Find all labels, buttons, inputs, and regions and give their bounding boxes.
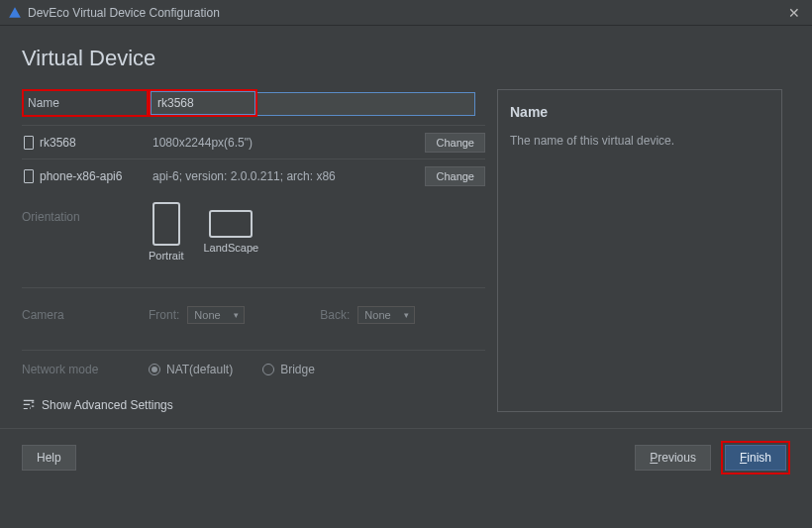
name-input[interactable] (151, 91, 255, 115)
help-button[interactable]: Help (22, 445, 76, 471)
finish-button-highlight: Finish (721, 441, 790, 475)
camera-label: Camera (22, 308, 149, 322)
orientation-row: Orientation Portrait LandScape (22, 192, 485, 283)
name-input-extension[interactable] (257, 92, 475, 116)
camera-row: Camera Front: None Back: None (22, 292, 485, 346)
change-device-button[interactable]: Change (425, 133, 485, 153)
device-name: rk3568 (40, 136, 147, 150)
phone-icon (24, 169, 34, 183)
show-advanced-label: Show Advanced Settings (42, 398, 173, 412)
divider (22, 350, 485, 351)
device-name: phone-x86-api6 (40, 169, 147, 183)
portrait-label: Portrait (149, 250, 183, 262)
app-logo-icon (8, 6, 22, 20)
settings-icon (22, 398, 36, 412)
window-title: DevEco Virtual Device Configuration (28, 6, 220, 20)
show-advanced-toggle[interactable]: Show Advanced Settings (22, 392, 485, 418)
orientation-label: Orientation (22, 202, 149, 262)
portrait-icon (152, 202, 180, 246)
network-bridge-radio[interactable]: Bridge (262, 363, 315, 376)
change-device-button[interactable]: Change (425, 166, 485, 186)
camera-back-select[interactable]: None (357, 306, 415, 324)
divider (22, 287, 485, 288)
info-title: Name (510, 104, 769, 120)
finish-button[interactable]: Finish (725, 445, 786, 471)
landscape-icon (209, 210, 253, 238)
network-row: Network mode NAT(default) Bridge (22, 355, 485, 392)
device-row: rk3568 1080x2244px(6.5") Change (22, 125, 485, 158)
orientation-landscape-button[interactable]: LandScape (203, 202, 258, 262)
name-label: Name (22, 89, 149, 117)
camera-back-label: Back: (320, 308, 350, 322)
landscape-label: LandScape (203, 242, 258, 254)
page-title: Virtual Device (22, 46, 790, 71)
footer: Help Previous Finish (0, 429, 812, 486)
radio-icon (262, 364, 274, 375)
camera-front-select[interactable]: None (187, 306, 245, 324)
camera-front-label: Front: (149, 308, 179, 322)
device-row: phone-x86-api6 api-6; version: 2.0.0.211… (22, 158, 485, 192)
close-icon[interactable]: ✕ (784, 5, 804, 21)
name-row: Name (22, 89, 485, 117)
content-area: Virtual Device Name rk3568 1080x2244px(6… (0, 26, 812, 418)
name-input-highlight (149, 89, 257, 117)
device-spec: 1080x2244px(6.5") (152, 136, 419, 150)
titlebar: DevEco Virtual Device Configuration ✕ (0, 0, 812, 26)
network-label: Network mode (22, 363, 149, 376)
previous-button[interactable]: Previous (635, 445, 711, 471)
orientation-portrait-button[interactable]: Portrait (149, 202, 183, 262)
form-column: Name rk3568 1080x2244px(6.5") Change pho… (22, 89, 485, 418)
network-nat-radio[interactable]: NAT(default) (149, 363, 233, 376)
radio-icon (149, 364, 160, 375)
device-spec: api-6; version: 2.0.0.211; arch: x86 (152, 169, 419, 183)
phone-icon (24, 136, 34, 150)
info-panel: Name The name of this virtual device. (497, 89, 782, 412)
info-description: The name of this virtual device. (510, 134, 769, 148)
